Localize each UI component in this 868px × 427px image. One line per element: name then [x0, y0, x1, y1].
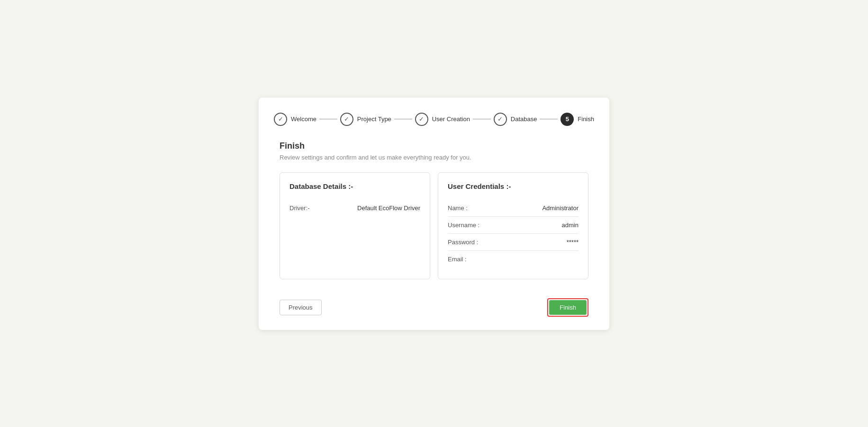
previous-button[interactable]: Previous: [280, 300, 322, 315]
connector-4: [540, 119, 558, 119]
step-database-label: Database: [511, 116, 537, 123]
step-finish-label: Finish: [578, 116, 594, 123]
content-area: Finish Review settings and confirm and l…: [274, 141, 594, 317]
connector-3: [473, 119, 491, 119]
connector-1: [319, 119, 337, 119]
credentials-card-title: User Credentials :-: [448, 182, 579, 190]
cards-row: Database Details :- Driver:- Default Eco…: [280, 172, 588, 279]
cred-password-row: Password : *****: [448, 234, 579, 251]
step-welcome-label: Welcome: [291, 116, 316, 123]
step-finish: 5 Finish: [561, 113, 594, 126]
db-driver-row: Driver:- Default EcoFlow Driver: [289, 200, 420, 216]
step-database: Database: [494, 113, 537, 126]
cred-email-row: Email :: [448, 251, 579, 267]
stepper: Welcome Project Type User Creation Datab…: [274, 113, 594, 126]
cred-username-value: admin: [562, 222, 579, 229]
step-project-type-circle: [340, 113, 353, 126]
step-database-circle: [494, 113, 507, 126]
checkmark-icon-4: [497, 116, 503, 123]
step-finish-circle: 5: [561, 113, 574, 126]
step-project-type-label: Project Type: [357, 116, 391, 123]
footer-buttons: Previous Finish: [280, 294, 588, 317]
cred-password-value: *****: [567, 239, 579, 246]
cred-username-label: Username :: [448, 222, 479, 229]
step-welcome-circle: [274, 113, 287, 126]
step-user-creation: User Creation: [415, 113, 470, 126]
cred-password-label: Password :: [448, 239, 478, 246]
cred-name-row: Name : Administrator: [448, 200, 579, 217]
cred-email-label: Email :: [448, 256, 467, 263]
database-details-card: Database Details :- Driver:- Default Eco…: [280, 172, 430, 279]
checkmark-icon-2: [344, 116, 349, 123]
step-welcome: Welcome: [274, 113, 316, 126]
cred-name-value: Administrator: [542, 205, 579, 212]
section-subtitle: Review settings and confirm and let us m…: [280, 154, 588, 161]
section-title: Finish: [280, 141, 588, 151]
finish-button[interactable]: Finish: [549, 300, 587, 315]
checkmark-icon-3: [419, 116, 424, 123]
database-card-title: Database Details :-: [289, 182, 420, 190]
cred-username-row: Username : admin: [448, 217, 579, 234]
checkmark-icon: [278, 116, 283, 123]
connector-2: [394, 119, 412, 119]
step-finish-number: 5: [566, 116, 569, 123]
db-driver-value: Default EcoFlow Driver: [357, 205, 420, 212]
step-user-creation-circle: [415, 113, 428, 126]
step-user-creation-label: User Creation: [432, 116, 470, 123]
finish-button-wrapper: Finish: [547, 298, 588, 317]
user-credentials-card: User Credentials :- Name : Administrator…: [438, 172, 588, 279]
db-driver-label: Driver:-: [289, 205, 310, 212]
wizard-container: Welcome Project Type User Creation Datab…: [259, 98, 609, 330]
step-project-type: Project Type: [340, 113, 391, 126]
cred-name-label: Name :: [448, 205, 468, 212]
